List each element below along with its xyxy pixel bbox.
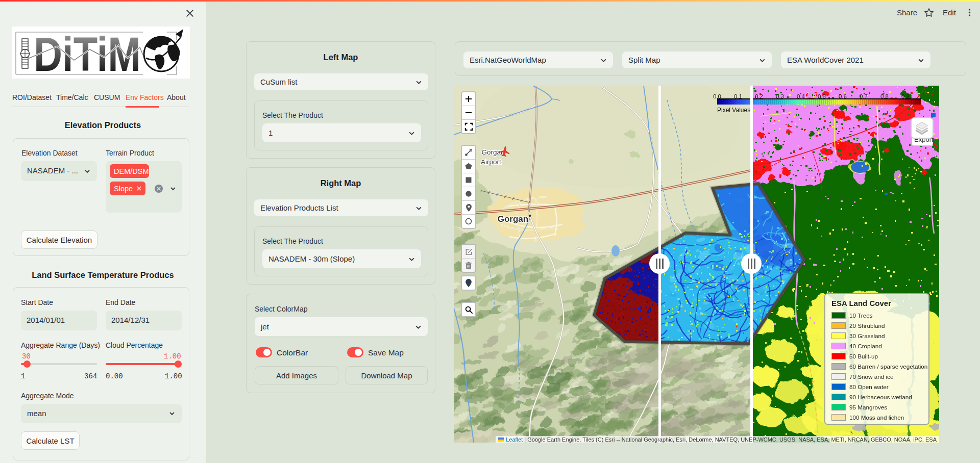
svg-text:Airport: Airport bbox=[481, 158, 501, 166]
svg-text:DiTiM: DiTiM bbox=[34, 27, 141, 79]
svg-text:Gorgan: Gorgan bbox=[498, 214, 528, 224]
